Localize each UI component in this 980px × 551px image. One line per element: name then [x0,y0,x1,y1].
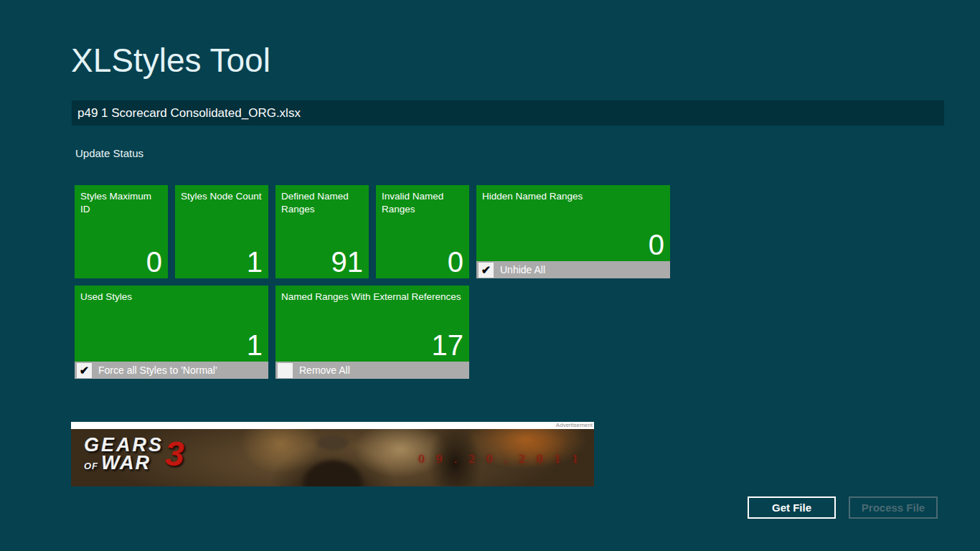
gears-of-war-ad-image: GEARS OFWAR 3 0 9 . 2 0 . 2 0 1 1 [71,429,594,486]
advertisement-banner[interactable]: Advertisement GEARS OFWAR 3 0 9 . 2 0 . … [71,422,594,486]
tile-label: Styles Maximum ID [75,185,168,216]
tile-defined-named-ranges: Defined Named Ranges 91 [275,185,369,278]
tile-styles-node-count: Styles Node Count 1 [175,185,268,278]
tile-value: 91 [275,248,369,278]
update-status-heading: Update Status [75,147,143,159]
logo-line-of: OF [84,462,98,471]
app-window: XLStyles Tool p49 1 Scorecard Consolidat… [0,0,980,551]
tile-value: 0 [476,230,670,261]
tile-hidden-named-ranges: Hidden Named Ranges 0 ✔ Unhide All [476,185,670,278]
checkbox-label: Force all Styles to 'Normal' [98,364,217,376]
tile-named-ranges-external-refs: Named Ranges With External References 17… [275,286,469,379]
tile-value: 17 [275,331,469,362]
process-file-button[interactable]: Process File [849,496,938,519]
tile-value: 1 [75,331,268,362]
force-styles-normal-checkbox[interactable]: ✔ [77,363,92,378]
tile-label: Named Ranges With External References [275,286,469,303]
tile-value: 0 [376,248,469,278]
get-file-button[interactable]: Get File [748,496,836,519]
unhide-all-option: ✔ Unhide All [476,261,670,278]
tile-label: Defined Named Ranges [275,185,369,216]
page-title: XLStyles Tool [71,41,270,80]
tile-value: 1 [175,248,268,278]
remove-all-option: Remove All [275,362,469,379]
status-tiles: Styles Maximum ID 0 Styles Node Count 1 … [75,185,670,386]
tile-invalid-named-ranges: Invalid Named Ranges 0 [376,185,469,278]
checkbox-label: Remove All [299,364,350,376]
logo-line-war: WAR [101,454,151,472]
tile-label: Styles Node Count [175,185,268,203]
tile-styles-maximum-id: Styles Maximum ID 0 [75,185,168,278]
tile-label: Hidden Named Ranges [476,185,670,203]
checkbox-label: Unhide All [500,264,545,276]
tile-value: 0 [75,248,168,278]
checkmark-icon: ✔ [80,364,89,377]
logo-number-3: 3 [165,438,184,469]
tile-row-1: Styles Maximum ID 0 Styles Node Count 1 … [75,185,670,278]
gears-of-war-logo: GEARS OFWAR 3 [84,436,184,472]
force-styles-normal-option: ✔ Force all Styles to 'Normal' [75,362,268,379]
tile-row-2: Used Styles 1 ✔ Force all Styles to 'Nor… [75,286,670,379]
advertisement-caption: Advertisement [71,422,594,429]
selected-file-name: p49 1 Scorecard Consolidated_ORG.xlsx [77,106,301,121]
checkmark-icon: ✔ [481,263,491,277]
tile-label: Invalid Named Ranges [376,185,469,216]
remove-all-checkbox[interactable] [278,363,293,378]
tile-used-styles: Used Styles 1 ✔ Force all Styles to 'Nor… [75,286,268,379]
release-date-text: 0 9 . 2 0 . 2 0 1 1 [418,452,583,466]
tile-label: Used Styles [75,286,268,303]
selected-file-bar: p49 1 Scorecard Consolidated_ORG.xlsx [72,100,944,126]
unhide-all-checkbox[interactable]: ✔ [479,263,494,278]
